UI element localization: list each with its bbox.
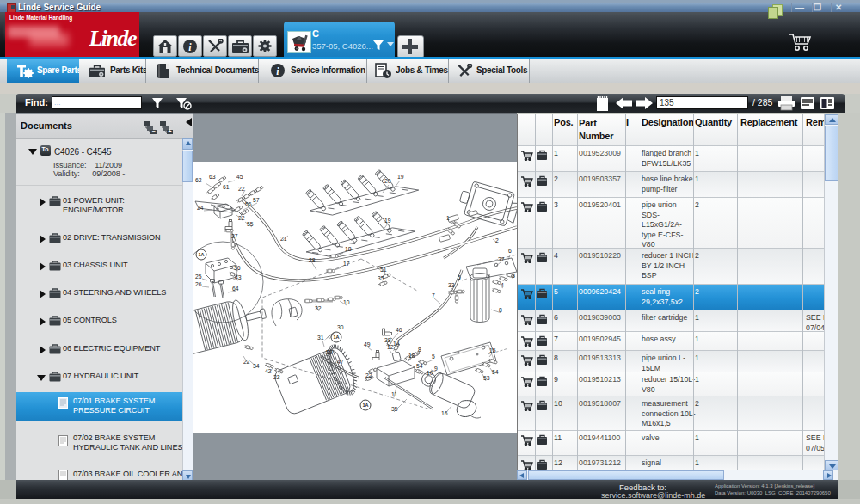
svg-text:36: 36 <box>234 265 241 271</box>
svg-text:64: 64 <box>232 286 239 292</box>
svg-text:46: 46 <box>396 327 402 333</box>
svg-text:1A: 1A <box>198 252 204 257</box>
svg-text:51: 51 <box>380 267 387 273</box>
svg-text:22: 22 <box>243 359 250 365</box>
svg-text:5: 5 <box>432 353 435 360</box>
svg-text:7: 7 <box>432 292 435 298</box>
svg-text:8: 8 <box>418 347 421 353</box>
svg-text:62: 62 <box>195 177 202 183</box>
svg-text:33: 33 <box>448 282 455 288</box>
svg-text:45: 45 <box>236 174 243 180</box>
svg-text:54: 54 <box>492 369 499 375</box>
svg-text:22: 22 <box>238 186 245 192</box>
svg-text:22: 22 <box>366 372 372 378</box>
svg-text:20: 20 <box>384 178 391 184</box>
svg-text:1: 1 <box>446 215 450 221</box>
svg-text:3: 3 <box>512 273 515 279</box>
svg-text:18: 18 <box>345 246 352 252</box>
svg-text:+: + <box>168 128 171 134</box>
svg-text:63: 63 <box>209 174 216 180</box>
svg-text:22: 22 <box>273 374 280 380</box>
svg-text:9: 9 <box>434 366 438 372</box>
svg-text:2: 2 <box>495 237 499 243</box>
svg-text:15: 15 <box>489 347 496 353</box>
svg-text:56: 56 <box>245 201 252 207</box>
svg-text:53: 53 <box>483 375 490 381</box>
svg-text:34: 34 <box>253 363 260 369</box>
svg-text:26: 26 <box>195 281 202 287</box>
svg-text:−: − <box>151 128 155 134</box>
svg-text:19: 19 <box>384 218 391 224</box>
svg-text:50: 50 <box>326 349 333 355</box>
svg-text:8: 8 <box>499 307 502 313</box>
svg-text:31: 31 <box>317 335 324 341</box>
svg-text:1A: 1A <box>333 335 339 340</box>
svg-text:35: 35 <box>378 275 384 281</box>
svg-text:11: 11 <box>391 391 397 397</box>
svg-text:5: 5 <box>458 274 461 280</box>
svg-text:55: 55 <box>247 221 254 227</box>
svg-text:16: 16 <box>441 410 448 416</box>
svg-text:54: 54 <box>416 363 423 369</box>
svg-text:42: 42 <box>265 368 272 374</box>
svg-text:38: 38 <box>384 337 391 343</box>
svg-text:28: 28 <box>309 257 316 263</box>
svg-text:47: 47 <box>337 359 344 365</box>
svg-text:4: 4 <box>501 282 504 288</box>
svg-text:1A: 1A <box>362 403 368 408</box>
svg-text:35: 35 <box>391 406 398 412</box>
svg-text:30: 30 <box>337 324 344 330</box>
svg-text:6: 6 <box>508 248 512 254</box>
svg-text:19: 19 <box>397 174 404 180</box>
svg-text:21: 21 <box>280 236 287 242</box>
svg-text:49: 49 <box>364 341 371 347</box>
svg-text:25: 25 <box>195 274 202 280</box>
svg-text:61: 61 <box>223 184 230 190</box>
svg-text:24: 24 <box>197 205 204 211</box>
svg-text:13: 13 <box>408 353 415 359</box>
svg-text:14: 14 <box>393 341 400 347</box>
svg-text:37: 37 <box>498 256 505 262</box>
svg-text:27: 27 <box>231 233 238 239</box>
svg-text:17: 17 <box>343 261 350 267</box>
svg-text:57: 57 <box>253 197 260 203</box>
svg-text:43: 43 <box>235 274 242 280</box>
svg-text:10: 10 <box>343 299 350 305</box>
svg-text:10: 10 <box>427 370 433 376</box>
svg-text:22: 22 <box>238 215 245 221</box>
svg-text:32: 32 <box>315 305 322 311</box>
